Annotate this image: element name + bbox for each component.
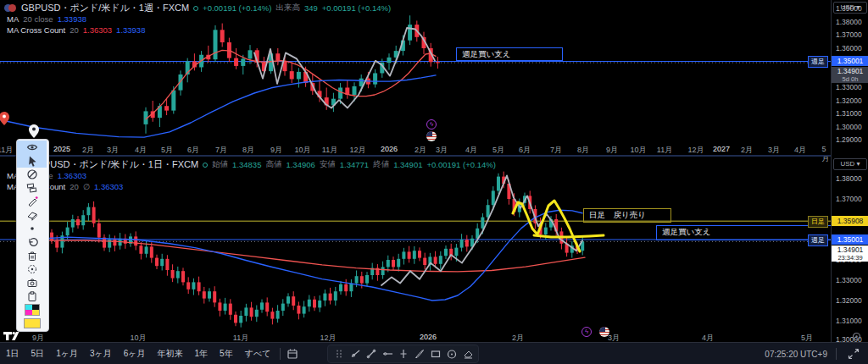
price-tick-label: 1.38000 xyxy=(836,18,862,26)
weekly-symbol-title: GBPUSD・ポンド/米ドル・1週・FXCM xyxy=(21,2,189,14)
weekly-last-price-label: 1.34901 5d 0h xyxy=(832,67,868,83)
weekly-line-tag[interactable]: 週足 xyxy=(808,56,828,68)
weekly-line-tag-daily[interactable]: 週足 xyxy=(808,234,828,246)
trend-line-icon[interactable] xyxy=(363,346,379,361)
economic-event-icon[interactable]: ϟ xyxy=(426,119,437,130)
tradingview-app: GBPUSD・ポンド/米ドル・1週・FXCM +0.00191 (+0.14%)… xyxy=(0,0,868,364)
daily-last-price-label: 1.34901 23:34:39 xyxy=(832,245,868,262)
camera-icon[interactable] xyxy=(17,276,47,290)
ray-icon[interactable] xyxy=(347,346,363,361)
range-button-3ヶ月[interactable]: 3ヶ月 xyxy=(84,346,118,361)
brush-yellow-flat[interactable] xyxy=(534,235,604,237)
undo-icon[interactable] xyxy=(17,235,47,249)
price-scale[interactable]: USD ▾ USD ▾ 1.390001.380001.370001.36000… xyxy=(831,0,868,342)
cross-count-grey xyxy=(381,175,582,285)
scale-settings-icon[interactable] xyxy=(852,332,861,341)
horizontal-ray-icon[interactable] xyxy=(379,346,395,361)
white-pin-icon[interactable] xyxy=(28,124,40,139)
ma20-blue xyxy=(0,75,436,137)
price-tick-label: 1.31000 xyxy=(836,317,862,325)
range-button-すべて[interactable]: すべて xyxy=(239,346,277,361)
price-tick-label: 1.37000 xyxy=(836,30,862,39)
volume-label: 出来高 xyxy=(275,3,300,14)
time-axis-label: 2026 xyxy=(381,145,398,153)
market-open-icon xyxy=(203,163,208,168)
drawing-mini-toolbar[interactable] xyxy=(327,345,479,363)
price-tick-label: 1.29000 xyxy=(836,135,862,144)
price-tick-label: 1.37000 xyxy=(836,195,862,203)
pane-divider[interactable] xyxy=(0,155,868,157)
trash-icon[interactable] xyxy=(17,249,47,262)
weekly-time-axis[interactable]: 11月12月20252月3月4月5月6月7月8月9月10月11月12月20262… xyxy=(0,142,831,155)
eraser-icon[interactable] xyxy=(459,346,476,361)
weekly-support-price-label[interactable]: 1.35001 xyxy=(832,56,868,66)
stamp-icon[interactable] xyxy=(17,262,47,276)
weekly-chart-canvas[interactable] xyxy=(0,0,831,155)
weekly-cross-legend[interactable]: MA Cross Count 20 1.36303 1.33938 xyxy=(7,25,145,36)
drawing-palette[interactable] xyxy=(16,139,49,332)
dot-icon[interactable] xyxy=(17,222,47,235)
range-button-年初来[interactable]: 年初来 xyxy=(152,346,189,361)
clock[interactable]: 07:25:20 UTC+9 xyxy=(765,350,827,359)
price-tick-label: 1.33000 xyxy=(836,83,862,91)
range-button-5年[interactable]: 5年 xyxy=(214,346,239,361)
range-button-1ヶ月[interactable]: 1ヶ月 xyxy=(50,346,84,361)
range-button-1日[interactable]: 1日 xyxy=(0,346,25,361)
cursor-icon[interactable] xyxy=(17,154,47,168)
ma20-blue xyxy=(34,210,582,301)
price-tick-label: 1.39000 xyxy=(836,4,862,13)
cross-icon[interactable] xyxy=(395,346,411,361)
price-tick-label: 1.31000 xyxy=(836,109,862,118)
range-button-6ヶ月[interactable]: 6ヶ月 xyxy=(118,346,152,361)
tradingview-logo[interactable] xyxy=(3,329,30,343)
yellow-swatch-icon[interactable] xyxy=(17,317,47,330)
price-tags-icon[interactable] xyxy=(17,181,47,195)
us-flag-event-icon[interactable] xyxy=(426,131,437,141)
daily-symbol-title: GBPUSD・ポンド/米ドル・1日・FXCM xyxy=(31,158,198,171)
weekly-support-price-label-daily[interactable]: 1.35001 xyxy=(832,234,868,245)
color-grid-icon[interactable] xyxy=(17,303,47,317)
weekly-change-2: +0.00191 (+0.14%) xyxy=(322,3,391,13)
weekly-ma-legend[interactable]: MA 20 close 1.33938 xyxy=(7,14,86,25)
price-tick-label: 1.36000 xyxy=(836,44,862,52)
red-pin-icon[interactable] xyxy=(0,111,10,126)
toolbar-divider xyxy=(836,348,837,360)
brush-yellow-zigzag[interactable] xyxy=(513,201,580,251)
drag-handle-icon[interactable] xyxy=(331,346,347,361)
fullscreen-icon[interactable] xyxy=(845,346,861,361)
range-button-1年[interactable]: 1年 xyxy=(189,346,214,361)
price-tick-label: 1.32000 xyxy=(836,97,862,105)
eraser-3d-icon[interactable] xyxy=(17,208,47,222)
daily-line-tag[interactable]: 日足 xyxy=(808,216,828,228)
daily-time-axis[interactable]: 9月10月11月12月20262月3月4月5月 xyxy=(0,330,831,342)
toolbar-divider xyxy=(280,348,281,360)
daily-sell-note[interactable]: 日足 戻り売り xyxy=(583,208,671,223)
ellipse-icon[interactable] xyxy=(443,346,459,361)
eye-icon[interactable] xyxy=(17,141,47,154)
price-tick-label: 1.33000 xyxy=(836,276,862,284)
time-axis-label: 2026 xyxy=(420,333,437,341)
weekly-legend-row[interactable]: GBPUSD・ポンド/米ドル・1週・FXCM +0.00191 (+0.14%)… xyxy=(4,3,391,14)
currency-pair-icon xyxy=(4,4,17,13)
range-selector: 1日5日1ヶ月3ヶ月6ヶ月年初来1年5年すべて xyxy=(0,346,276,361)
brush-icon[interactable] xyxy=(411,346,427,361)
time-axis-label: 2027 xyxy=(713,145,730,153)
pen-icon[interactable] xyxy=(17,195,47,208)
rectangle-icon[interactable] xyxy=(427,346,443,361)
range-button-5日[interactable]: 5日 xyxy=(25,346,51,361)
price-tick-label: 1.38000 xyxy=(836,174,862,183)
candles xyxy=(144,15,440,134)
daily-chart-canvas[interactable] xyxy=(0,157,831,330)
weekly-support-note[interactable]: 週足買い支え xyxy=(456,47,563,61)
daily-legend-row[interactable]: GBPUSD・ポンド/米ドル・1日・FXCM 始値 1.34835 高値 1.3… xyxy=(31,159,496,170)
time-axis-label: 2025 xyxy=(53,145,70,153)
price-tick-label: 1.30000 xyxy=(836,123,862,131)
cross-count-grey xyxy=(254,28,435,108)
currency-unit-button[interactable]: USD ▾ xyxy=(833,158,867,170)
go-to-date-icon[interactable] xyxy=(284,346,300,361)
ma-slow-red xyxy=(17,240,585,272)
slash-circle-icon[interactable] xyxy=(17,168,47,181)
candles xyxy=(24,172,584,328)
clipboard-icon[interactable] xyxy=(17,290,47,303)
daily-resistance-price-label[interactable]: 1.35908 xyxy=(832,216,868,226)
